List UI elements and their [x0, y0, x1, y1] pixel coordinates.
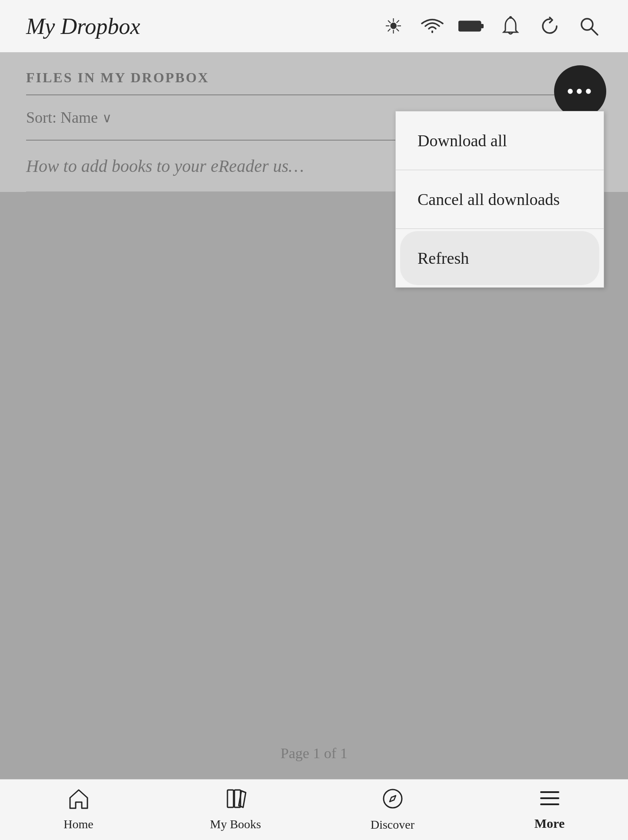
sync-icon[interactable]: [537, 13, 563, 39]
refresh-button[interactable]: Refresh: [400, 231, 599, 285]
nav-more[interactable]: More: [471, 789, 628, 831]
more-options-button[interactable]: •••: [554, 65, 606, 118]
discover-label: Discover: [371, 818, 414, 832]
home-icon: [68, 788, 90, 814]
ellipsis-icon: •••: [567, 81, 594, 102]
nav-home[interactable]: Home: [0, 788, 157, 831]
svg-point-2: [509, 16, 512, 19]
search-icon[interactable]: [576, 13, 602, 39]
cancel-downloads-button[interactable]: Cancel all downloads: [396, 170, 604, 229]
wifi-icon[interactable]: [419, 13, 445, 39]
svg-point-7: [384, 790, 402, 808]
notifications-icon[interactable]: [498, 13, 524, 39]
battery-icon: [458, 13, 484, 39]
more-nav-icon: [539, 789, 561, 813]
download-all-button[interactable]: Download all: [396, 111, 604, 170]
my-books-label: My Books: [210, 817, 261, 831]
more-nav-label: More: [534, 816, 565, 831]
svg-rect-1: [481, 24, 484, 28]
nav-discover[interactable]: Discover: [314, 788, 471, 832]
bottom-navigation: Home My Books Discover Mor: [0, 779, 628, 840]
brightness-icon[interactable]: ☀: [380, 13, 406, 39]
svg-line-4: [591, 28, 598, 35]
header-icons: ☀: [380, 13, 602, 39]
discover-icon: [382, 788, 404, 814]
my-books-icon: [225, 788, 247, 814]
dropdown-menu: Download all Cancel all downloads Refres…: [395, 111, 604, 288]
header: My Dropbox ☀: [0, 0, 628, 52]
nav-my-books[interactable]: My Books: [157, 788, 314, 831]
svg-rect-0: [459, 21, 481, 31]
home-label: Home: [63, 817, 93, 831]
page-title: My Dropbox: [26, 13, 140, 39]
svg-rect-5: [227, 790, 234, 807]
